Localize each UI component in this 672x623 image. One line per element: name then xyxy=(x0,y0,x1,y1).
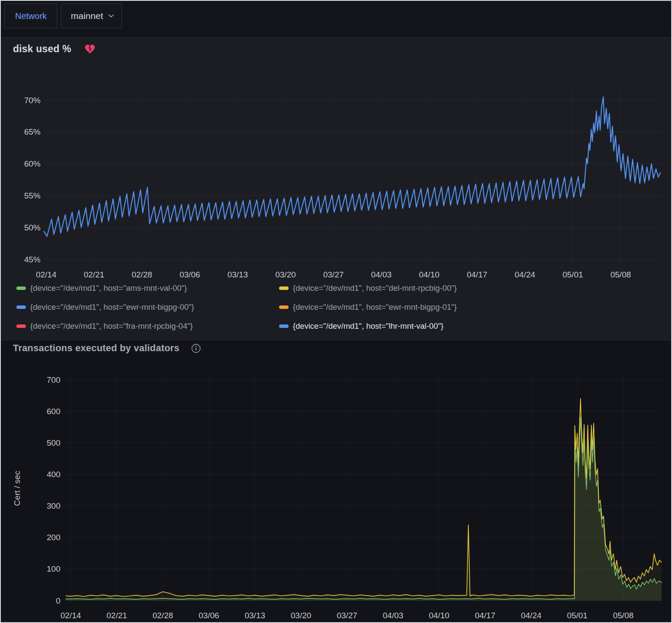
x-tick-label: 02/14 xyxy=(60,611,81,620)
legend-item[interactable]: {device="/dev/md1", host="fra-mnt-rpcbig… xyxy=(16,321,279,331)
legend-label: {device="/dev/md1", host="del-mnt-rpcbig… xyxy=(293,283,457,293)
legend-label: {device="/dev/md1", host="fra-mnt-rpcbig… xyxy=(30,321,193,331)
legend-label: {device="/dev/md1", host="ewr-mnt-bigpg-… xyxy=(30,302,194,312)
y-tick-label: 200 xyxy=(47,533,60,542)
info-circle-icon[interactable] xyxy=(191,343,201,354)
y-tick-label: 50% xyxy=(24,223,41,232)
legend-label: {device="/dev/md1", host="ams-mnt-val-00… xyxy=(30,283,187,293)
x-tick-label: 04/17 xyxy=(475,611,496,620)
legend-swatch-icon xyxy=(16,324,26,328)
series-line-validator-certs-green xyxy=(66,417,662,599)
network-variable-value[interactable]: mainnet xyxy=(71,11,103,21)
x-tick-label: 02/21 xyxy=(84,270,104,279)
x-tick-label: 04/10 xyxy=(429,611,449,620)
x-tick-label: 05/08 xyxy=(613,611,634,620)
legend-item[interactable]: {device="/dev/md1", host="lhr-mnt-val-00… xyxy=(279,321,457,331)
grafana-dashboard: Network mainnet disk used % 45%50%55%60%… xyxy=(0,0,672,623)
y-tick-label: 45% xyxy=(24,255,41,264)
x-tick-label: 04/03 xyxy=(371,270,392,279)
legend-swatch-icon xyxy=(16,286,26,290)
y-axis-title: Cert / sec xyxy=(13,471,22,506)
panel-transactions-header: Transactions executed by validators xyxy=(13,343,201,354)
y-tick-label: 700 xyxy=(47,375,60,384)
x-tick-label: 03/06 xyxy=(179,270,200,279)
x-tick-label: 03/20 xyxy=(291,611,311,620)
x-tick-label: 05/01 xyxy=(562,270,583,279)
y-tick-label: 0 xyxy=(56,596,60,605)
y-tick-label: 100 xyxy=(47,564,60,573)
transactions-chart[interactable]: 010020030040050060070002/1402/2102/2803/… xyxy=(1,341,671,622)
x-tick-label: 03/13 xyxy=(227,270,248,279)
panel-title-transactions[interactable]: Transactions executed by validators xyxy=(13,343,179,354)
chevron-down-icon xyxy=(108,14,114,18)
y-tick-label: 70% xyxy=(24,96,41,105)
x-tick-label: 03/06 xyxy=(199,611,220,620)
disk-used-legend: {device="/dev/md1", host="ams-mnt-val-00… xyxy=(16,283,457,331)
x-tick-label: 04/24 xyxy=(515,270,535,279)
variable-toolbar: Network mainnet xyxy=(4,3,122,28)
series-fill-validator-certs-yellow xyxy=(66,399,662,601)
legend-swatch-icon xyxy=(16,305,26,309)
series-line-{device="/dev/md1", host="lhr-mnt-val-00"} xyxy=(44,97,661,236)
legend-swatch-icon xyxy=(279,286,289,290)
y-tick-label: 600 xyxy=(47,407,60,416)
panel-disk-used-header: disk used % xyxy=(13,43,96,55)
x-tick-label: 03/27 xyxy=(337,611,358,620)
x-tick-label: 04/24 xyxy=(521,611,542,620)
x-tick-label: 05/01 xyxy=(567,611,588,620)
legend-item[interactable]: {device="/dev/md1", host="del-mnt-rpcbig… xyxy=(279,283,457,293)
legend-item[interactable]: {device="/dev/md1", host="ewr-mnt-bigpg-… xyxy=(279,302,457,312)
x-tick-label: 02/28 xyxy=(132,270,152,279)
legend-label: {device="/dev/md1", host="lhr-mnt-val-00… xyxy=(293,321,443,331)
y-tick-label: 60% xyxy=(24,159,41,168)
y-tick-label: 65% xyxy=(24,127,41,136)
broken-heart-icon[interactable] xyxy=(84,44,96,54)
y-tick-label: 55% xyxy=(24,191,41,200)
x-tick-label: 02/14 xyxy=(36,270,57,279)
x-tick-label: 03/27 xyxy=(323,270,344,279)
legend-swatch-icon xyxy=(279,324,289,328)
network-variable-dropdown[interactable]: mainnet xyxy=(61,3,122,28)
network-variable-label: Network xyxy=(5,11,57,21)
x-tick-label: 03/20 xyxy=(275,270,296,279)
y-tick-label: 400 xyxy=(47,470,60,479)
x-tick-label: 02/28 xyxy=(153,611,173,620)
legend-item[interactable]: {device="/dev/md1", host="ams-mnt-val-00… xyxy=(16,283,279,293)
series-fill-validator-certs-green xyxy=(66,417,662,601)
x-tick-label: 02/21 xyxy=(107,611,127,620)
x-tick-label: 04/10 xyxy=(419,270,440,279)
y-tick-label: 300 xyxy=(47,501,60,510)
network-variable-label-box: Network xyxy=(4,3,57,28)
panel-title-disk-used[interactable]: disk used % xyxy=(13,43,71,55)
x-tick-label: 05/08 xyxy=(610,270,631,279)
legend-swatch-icon xyxy=(279,305,289,309)
legend-item[interactable]: {device="/dev/md1", host="ewr-mnt-bigpg-… xyxy=(16,302,279,312)
legend-label: {device="/dev/md1", host="ewr-mnt-bigpg-… xyxy=(293,302,457,312)
series-line-validator-certs-yellow xyxy=(66,399,662,597)
y-tick-label: 500 xyxy=(47,438,60,447)
x-tick-label: 03/13 xyxy=(245,611,265,620)
x-tick-label: 04/03 xyxy=(383,611,404,620)
x-tick-label: 04/17 xyxy=(467,270,487,279)
